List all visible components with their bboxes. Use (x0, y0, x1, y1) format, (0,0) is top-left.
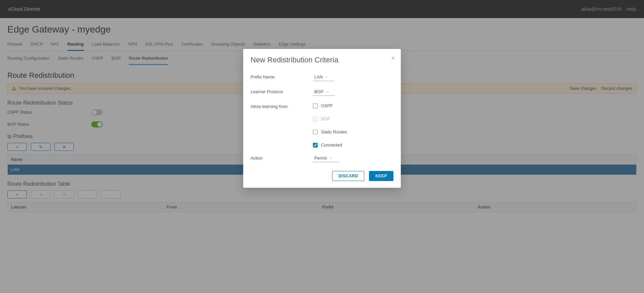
new-redistribution-criteria-modal: × New Redistribution Criteria Prefix Nam… (243, 49, 401, 188)
action-label: Action (251, 155, 313, 161)
allow-static-checkbox[interactable]: Static Routes (313, 129, 393, 134)
allow-connected-label: Connected (321, 142, 342, 148)
learner-protocol-select[interactable]: BGP (313, 89, 335, 96)
learner-protocol-value: BGP (314, 89, 323, 94)
allow-connected-checkbox[interactable]: Connected (313, 142, 393, 148)
modal-close-button[interactable]: × (391, 55, 395, 61)
allow-ospf-input[interactable] (313, 104, 318, 108)
prefix-name-label: Prefix Name (251, 74, 313, 79)
allow-static-label: Static Routes (321, 129, 347, 134)
chevron-down-icon (330, 157, 332, 160)
prefix-name-select[interactable]: LAN (313, 74, 334, 81)
keep-button[interactable]: KEEP (369, 171, 393, 181)
modal-overlay: × New Redistribution Criteria Prefix Nam… (0, 0, 644, 293)
learner-protocol-label: Learner Protocol (251, 89, 313, 94)
action-value: Permit (314, 156, 327, 161)
action-select[interactable]: Permit (313, 155, 338, 162)
chevron-down-icon (326, 91, 329, 93)
allow-ospf-label: OSPF (321, 103, 333, 108)
allow-bgp-label: BGP (321, 116, 330, 121)
discard-button[interactable]: DISCARD (332, 171, 364, 181)
prefix-name-value: LAN (314, 74, 323, 79)
chevron-down-icon (325, 76, 328, 78)
allow-static-input[interactable] (313, 130, 318, 134)
close-icon: × (391, 55, 395, 61)
allow-learning-from-label: Allow learning from (251, 103, 313, 109)
allow-ospf-checkbox[interactable]: OSPF (313, 103, 393, 108)
modal-actions: DISCARD KEEP (251, 171, 393, 181)
allow-bgp-input (313, 117, 318, 121)
allow-bgp-checkbox: BGP (313, 116, 393, 121)
allow-learning-group: OSPF BGP Static Routes Connected (313, 103, 393, 148)
allow-connected-input[interactable] (313, 143, 318, 148)
modal-title: New Redistribution Criteria (251, 56, 393, 64)
